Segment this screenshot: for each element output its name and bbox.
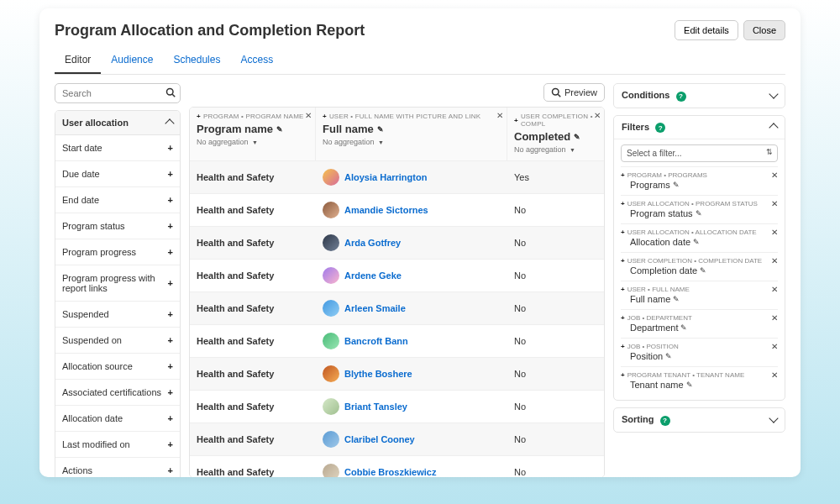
field-item[interactable]: Associated certifications+ [55,380,180,406]
tab-access[interactable]: Access [230,49,283,74]
pencil-icon[interactable]: ✎ [693,238,700,246]
col-agg[interactable]: No aggregation ▼ [197,138,308,146]
field-label: Associated certifications [62,387,161,397]
cell-completed: No [507,263,604,288]
add-field-icon[interactable]: + [168,278,173,288]
add-field-icon[interactable]: + [168,169,173,179]
pencil-icon[interactable]: ✎ [673,181,680,189]
field-label: Allocation date [62,413,123,423]
add-field-icon[interactable]: + [168,413,173,423]
user-link[interactable]: Arda Gotfrey [344,238,401,248]
filter-item[interactable]: ✕+ PROGRAM TENANT • TENANT NAMETenant na… [621,366,778,395]
filter-item[interactable]: ✕+ USER ALLOCATION • ALLOCATION DATEAllo… [621,223,778,252]
filter-label: Tenant name ✎ [621,380,778,390]
help-icon[interactable]: ? [660,416,670,426]
add-field-icon[interactable]: + [168,439,173,449]
filters-header[interactable]: Filters ? [614,116,785,139]
edit-details-button[interactable]: Edit details [675,20,738,40]
user-link[interactable]: Blythe Boshere [344,369,412,379]
field-search-input[interactable] [55,83,181,103]
pencil-icon[interactable]: ✎ [680,323,687,332]
add-field-icon[interactable]: + [168,247,173,257]
field-item[interactable]: Suspended+ [55,302,180,328]
add-field-icon[interactable]: + [168,361,173,371]
add-field-icon[interactable]: + [168,465,173,475]
close-button[interactable]: Close [743,20,785,40]
field-item[interactable]: Program progress with report links+ [55,265,180,302]
pencil-icon[interactable]: ✎ [673,295,680,303]
user-link[interactable]: Briant Tansley [344,402,407,412]
cell-program: Health and Safety [190,263,316,288]
field-item[interactable]: Allocation date+ [55,406,180,432]
field-item[interactable]: End date+ [55,187,180,213]
help-icon[interactable]: ? [676,92,686,102]
conditions-header[interactable]: Conditions ? [614,84,785,108]
user-link[interactable]: Bancroft Bann [344,336,408,346]
field-label: Program status [62,221,125,231]
filter-item[interactable]: ✕+ PROGRAM • PROGRAMSPrograms ✎ [621,166,778,195]
remove-filter-icon[interactable]: ✕ [771,313,778,323]
user-link[interactable]: Arleen Smaile [344,303,406,313]
remove-col-icon[interactable]: ✕ [496,111,503,120]
field-item[interactable]: Suspended on+ [55,328,180,354]
sorting-header[interactable]: Sorting ? [614,408,785,432]
user-link[interactable]: Aloysia Harrington [344,172,427,182]
cell-completed: No [507,296,604,321]
remove-col-icon[interactable]: ✕ [594,111,601,120]
preview-button[interactable]: Preview [543,83,605,102]
user-link[interactable]: Claribel Cooney [344,434,415,444]
remove-filter-icon[interactable]: ✕ [771,342,778,351]
tab-editor[interactable]: Editor [55,49,101,74]
user-link[interactable]: Cobbie Broszkiewicz [344,467,436,477]
pencil-icon[interactable]: ✎ [276,125,283,134]
field-group-header[interactable]: User allocation [55,111,180,135]
user-link[interactable]: Ardene Geke [344,270,402,281]
center-panel: Preview ✕ + PROGRAM • PROGRAM NAME Progr… [189,83,605,477]
filter-item[interactable]: ✕+ JOB • POSITIONPosition ✎ [621,338,778,366]
pencil-icon[interactable]: ✎ [377,125,384,134]
add-field-icon[interactable]: + [168,195,173,205]
filter-item[interactable]: ✕+ USER ALLOCATION • PROGRAM STATUSProgr… [621,195,778,223]
pencil-icon[interactable]: ✎ [574,133,580,141]
field-item[interactable]: Program status+ [55,213,180,239]
remove-filter-icon[interactable]: ✕ [771,228,778,237]
field-item[interactable]: Last modified on+ [55,432,180,458]
cell-user: Blythe Boshere [316,358,507,390]
tab-audience[interactable]: Audience [101,49,163,74]
filter-select[interactable]: Select a filter... [621,144,778,162]
field-item[interactable]: Actions+ [55,458,180,477]
add-field-icon[interactable]: + [168,221,173,231]
pencil-icon[interactable]: ✎ [696,209,702,218]
help-icon[interactable]: ? [655,123,665,133]
remove-filter-icon[interactable]: ✕ [771,199,778,208]
filter-item[interactable]: ✕+ JOB • DEPARTMENTDepartment ✎ [621,309,778,338]
svg-line-3 [558,94,560,97]
remove-filter-icon[interactable]: ✕ [771,171,778,180]
col-completed[interactable]: ✕ + USER COMPLETION • COMPL Completed ✎ … [507,108,604,160]
pencil-icon[interactable]: ✎ [686,381,693,389]
add-field-icon[interactable]: + [168,309,173,319]
col-full-name[interactable]: ✕ + USER • FULL NAME WITH PICTURE AND LI… [316,108,507,160]
add-field-icon[interactable]: + [168,143,173,153]
remove-filter-icon[interactable]: ✕ [771,285,778,294]
filter-item[interactable]: ✕+ USER COMPLETION • COMPLETION DATEComp… [621,252,778,281]
field-item[interactable]: Program progress+ [55,239,180,265]
field-item[interactable]: Allocation source+ [55,354,180,380]
col-agg[interactable]: No aggregation ▼ [514,145,597,154]
pencil-icon[interactable]: ✎ [665,352,672,360]
col-program-name[interactable]: ✕ + PROGRAM • PROGRAM NAME Program name … [190,108,316,160]
cell-program: Health and Safety [190,296,316,321]
col-agg[interactable]: No aggregation ▼ [323,138,500,146]
add-field-icon[interactable]: + [168,387,173,397]
pencil-icon[interactable]: ✎ [700,266,706,275]
user-link[interactable]: Amandie Sictornes [344,205,428,215]
tab-schedules[interactable]: Schedules [163,49,230,74]
remove-filter-icon[interactable]: ✕ [771,370,778,380]
remove-col-icon[interactable]: ✕ [305,111,312,120]
field-item[interactable]: Due date+ [55,161,180,187]
remove-filter-icon[interactable]: ✕ [771,256,778,265]
add-field-icon[interactable]: + [168,335,173,345]
avatar [323,267,339,284]
field-item[interactable]: Start date+ [55,135,180,161]
filter-item[interactable]: ✕+ USER • FULL NAMEFull name ✎ [621,281,778,309]
